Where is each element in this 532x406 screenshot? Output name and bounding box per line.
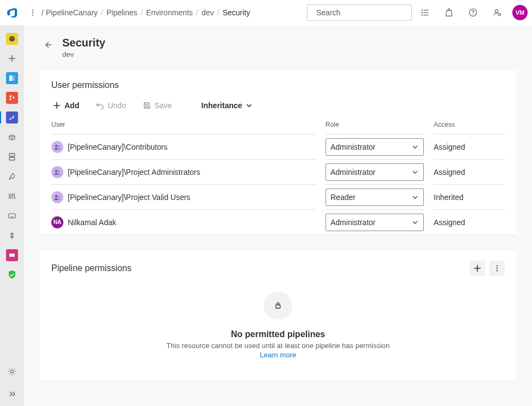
pipeline-permissions-card: Pipeline permissions No permitted pipeli… — [39, 251, 517, 381]
header-account-button[interactable] — [486, 0, 508, 25]
table-row-role: Administrator — [326, 159, 424, 184]
sidebar-artifacts[interactable] — [0, 128, 24, 146]
plus-icon — [473, 264, 482, 273]
table-row-access: Assigned — [434, 209, 505, 234]
breadcrumb-item[interactable]: PipelineCanary — [46, 8, 98, 17]
role-select[interactable]: Administrator — [326, 214, 424, 231]
svg-point-23 — [10, 119, 11, 120]
sidebar-project-avatar[interactable] — [0, 30, 24, 48]
empty-state: No permitted pipelines This resource can… — [51, 280, 505, 381]
header-help-button[interactable] — [462, 0, 484, 25]
role-select[interactable]: Administrator — [326, 163, 424, 181]
azure-devops-icon — [6, 7, 18, 19]
user-avatar[interactable]: VM — [512, 5, 528, 20]
sidebar-new[interactable] — [0, 49, 24, 68]
inheritance-dropdown[interactable]: Inheritance — [198, 99, 257, 112]
svg-point-38 — [496, 270, 498, 271]
pipeline-permissions-title: Pipeline permissions — [51, 263, 470, 273]
chevron-down-icon — [411, 168, 419, 176]
svg-point-2 — [32, 14, 33, 15]
add-pipeline-button[interactable] — [470, 261, 485, 276]
role-select[interactable]: Administrator — [326, 138, 424, 156]
svg-point-13 — [495, 9, 498, 12]
sidebar-rocket[interactable] — [0, 167, 24, 186]
user-name: [PipelineCanary]\Project Administrators — [68, 168, 200, 176]
svg-rect-28 — [9, 254, 15, 257]
table-row-user[interactable]: [PipelineCanary]\Project Valid Users — [51, 184, 316, 209]
sidebar-pipelines[interactable] — [0, 108, 24, 127]
svg-point-15 — [9, 36, 15, 42]
column-header-access: Access — [434, 119, 505, 134]
sidebar-repos[interactable] — [0, 89, 24, 107]
svg-point-36 — [496, 265, 498, 266]
table-row-user[interactable]: [PipelineCanary]\Contributors — [51, 134, 316, 159]
table-row-access: Assigned — [434, 134, 505, 159]
lock-icon — [274, 301, 282, 310]
table-row-role: Reader — [326, 184, 424, 209]
table-row-user[interactable]: NA Nilkamal Adak — [51, 209, 316, 234]
sidebar-server[interactable] — [0, 148, 24, 166]
breadcrumb-item[interactable]: dev — [202, 8, 214, 17]
variable-icon — [8, 231, 16, 240]
sidebar-keyboard[interactable] — [0, 207, 24, 225]
sidebar-deploys[interactable] — [0, 246, 24, 264]
help-icon — [468, 8, 478, 17]
sidebar-expand[interactable] — [0, 382, 24, 406]
person-avatar: NA — [51, 216, 63, 228]
search-box[interactable] — [307, 4, 412, 21]
sidebar-variable[interactable] — [0, 226, 24, 245]
header-list-button[interactable] — [414, 0, 436, 25]
kebab-icon — [493, 264, 501, 272]
table-row-user[interactable]: [PipelineCanary]\Project Administrators — [51, 159, 316, 184]
sidebar-settings[interactable] — [0, 362, 24, 381]
breadcrumb-item[interactable]: Pipelines — [107, 8, 138, 17]
header-shopping-button[interactable] — [438, 0, 460, 25]
boards-icon — [6, 72, 18, 84]
product-logo[interactable] — [0, 0, 24, 25]
pipelines-icon — [6, 111, 18, 123]
repos-icon — [6, 92, 18, 104]
header: / PipelineCanary / Pipelines / Environme… — [0, 0, 532, 25]
sidebar-compliance[interactable] — [0, 266, 24, 284]
svg-point-32 — [55, 169, 57, 172]
empty-state-title: No permitted pipelines — [231, 329, 325, 339]
group-avatar-icon — [51, 166, 63, 178]
svg-point-1 — [32, 11, 33, 13]
sidebar-library[interactable] — [0, 187, 24, 205]
role-select[interactable]: Reader — [326, 189, 424, 206]
pipeline-more-button[interactable] — [489, 261, 505, 276]
svg-point-37 — [496, 268, 498, 269]
shopping-bag-icon — [444, 8, 454, 17]
svg-point-12 — [472, 14, 473, 14]
chevron-down-icon — [411, 143, 419, 151]
user-permissions-card: User permissions Add Undo Save Inheritan… — [39, 70, 517, 234]
deploys-icon — [6, 249, 18, 261]
chevrons-right-icon — [8, 390, 16, 398]
keyboard-icon — [8, 211, 16, 220]
svg-rect-24 — [9, 154, 15, 156]
back-button[interactable] — [42, 38, 55, 51]
header-more-button[interactable] — [26, 9, 39, 16]
table-row-role: Administrator — [326, 134, 424, 159]
sidebar-boards[interactable] — [0, 69, 24, 87]
user-permissions-title: User permissions — [51, 80, 505, 90]
svg-point-0 — [32, 9, 33, 10]
arrow-left-icon — [44, 40, 52, 49]
learn-more-link[interactable]: Learn more — [260, 351, 296, 359]
undo-icon — [96, 101, 104, 110]
chevron-down-icon — [411, 219, 419, 226]
project-avatar-icon — [6, 33, 18, 45]
rocket-icon — [8, 172, 16, 181]
breadcrumb-item[interactable]: Security — [222, 8, 250, 17]
undo-button: Undo — [92, 99, 129, 112]
svg-point-8 — [422, 9, 422, 10]
svg-point-16 — [10, 38, 11, 39]
lock-icon-circle — [264, 291, 292, 320]
search-input[interactable] — [315, 8, 413, 17]
add-button[interactable]: Add — [49, 99, 82, 112]
column-header-user: User — [51, 119, 316, 134]
breadcrumb-item[interactable]: Environments — [146, 8, 193, 17]
column-header-role: Role — [326, 119, 424, 134]
page-subtitle: dev — [62, 50, 105, 58]
library-icon — [8, 192, 16, 201]
